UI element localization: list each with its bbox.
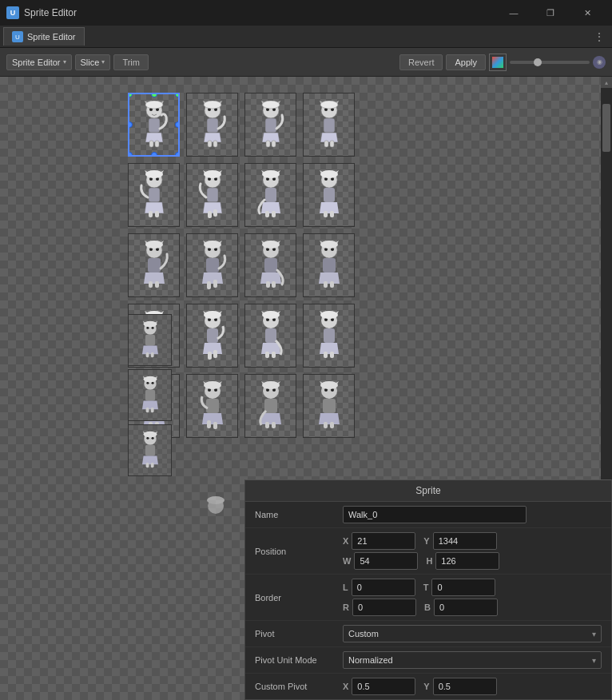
svg-rect-225	[145, 444, 154, 455]
svg-point-209	[143, 320, 157, 327]
sprite-cell-10[interactable]	[244, 233, 296, 297]
svg-point-99	[204, 241, 221, 249]
slider-track	[510, 61, 590, 64]
sprite-cell-18[interactable]	[244, 374, 296, 438]
svg-marker-36	[320, 133, 338, 142]
svg-rect-228	[150, 463, 153, 467]
pos-y-label: Y	[423, 536, 429, 546]
sprite-grid	[128, 93, 431, 444]
panel-pivot-unit-row: Pivot Unit Mode Normalized ▾	[245, 647, 611, 674]
svg-rect-215	[145, 389, 154, 400]
sprite-cell-14[interactable]	[244, 304, 296, 368]
name-input[interactable]	[343, 506, 527, 523]
svg-rect-187	[265, 422, 269, 428]
scroll-up-button[interactable]: ▴	[601, 77, 612, 88]
pivot-dropdown[interactable]: Custom ▾	[343, 625, 602, 642]
sprite-editor-dropdown[interactable]: Sprite Editor ▾	[6, 54, 72, 70]
svg-point-219	[143, 376, 157, 382]
tab-icon: U	[12, 31, 23, 42]
zoom-slider[interactable]: ◉	[510, 56, 606, 69]
color-swatch[interactable]	[489, 54, 507, 71]
window-title: Sprite Editor	[24, 7, 491, 18]
svg-rect-148	[272, 352, 276, 358]
scroll-thumb[interactable]	[602, 104, 610, 152]
handle-tr[interactable]	[175, 93, 180, 97]
svg-rect-48	[155, 211, 159, 217]
svg-rect-58	[213, 209, 217, 217]
revert-button[interactable]: Revert	[399, 54, 443, 70]
handle-mr[interactable]	[175, 121, 180, 128]
custom-x-input[interactable]	[352, 678, 415, 695]
apply-button[interactable]: Apply	[446, 54, 486, 70]
svg-rect-147	[265, 352, 269, 358]
sprite-cell-3[interactable]	[303, 93, 355, 157]
sprite-cell-19[interactable]	[303, 374, 355, 438]
svg-point-139	[204, 311, 221, 319]
border-b-input[interactable]	[434, 599, 498, 616]
maximize-button[interactable]: ❐	[532, 0, 569, 26]
svg-rect-137	[208, 352, 212, 360]
slice-dropdown[interactable]: Slice ▾	[75, 54, 111, 70]
panel-pivot-row: Pivot Custom ▾	[245, 621, 611, 647]
svg-point-49	[145, 170, 163, 178]
close-button[interactable]: ✕	[569, 0, 606, 26]
thumb-1[interactable]	[128, 314, 172, 366]
sprite-char-11	[304, 234, 354, 296]
tab-more-button[interactable]: ⋮	[590, 28, 609, 46]
minimize-button[interactable]: —	[495, 0, 532, 26]
sprite-cell-15[interactable]	[303, 304, 355, 368]
svg-point-9	[145, 101, 163, 109]
sprite-char-4	[129, 164, 179, 226]
custom-y-input[interactable]	[433, 678, 497, 695]
sprite-cell-5[interactable]	[186, 163, 238, 227]
svg-point-199	[320, 381, 338, 389]
trim-button[interactable]: Trim	[113, 54, 149, 70]
sprite-cell-2[interactable]	[244, 93, 296, 157]
border-t-input[interactable]	[431, 579, 495, 596]
sprite-cell-17[interactable]	[186, 374, 238, 438]
sprite-cell-8[interactable]	[128, 233, 180, 297]
svg-rect-117	[324, 281, 328, 288]
handle-bm[interactable]	[151, 152, 157, 157]
slider-end: ◉	[593, 56, 606, 69]
handle-br[interactable]	[175, 152, 180, 157]
sprite-cell-1[interactable]	[186, 93, 238, 157]
pos-w-input[interactable]	[354, 552, 418, 570]
sprite-cell-selected[interactable]	[128, 93, 180, 157]
sprite-cell-13[interactable]	[186, 304, 238, 368]
sprite-editor-arrow: ▾	[63, 58, 66, 66]
pivot-unit-dropdown[interactable]: Normalized ▾	[343, 651, 602, 669]
pos-h-input[interactable]	[435, 552, 499, 570]
sprite-cell-9[interactable]	[186, 233, 238, 297]
handle-ml[interactable]	[128, 121, 133, 128]
panel-name-row: Name	[245, 502, 611, 528]
sprite-cell-7[interactable]	[303, 163, 355, 227]
handle-tl[interactable]	[128, 93, 133, 97]
svg-point-29	[262, 101, 280, 109]
sprite-cell-6[interactable]	[244, 163, 296, 227]
pos-x-label: X	[343, 536, 348, 546]
sprite-editor-tab[interactable]: U Sprite Editor	[3, 27, 85, 46]
color-swatch-inner	[492, 57, 503, 68]
border-r-input[interactable]	[352, 599, 416, 616]
svg-rect-145	[265, 328, 276, 343]
svg-rect-185	[264, 399, 277, 413]
sprite-cell-11[interactable]	[303, 233, 355, 297]
svg-rect-67	[265, 211, 269, 217]
svg-point-231	[207, 496, 225, 504]
thumb-3[interactable]	[128, 424, 172, 476]
panel-pivot-unit-label: Pivot Unit Mode	[255, 655, 343, 665]
sprite-char-8	[129, 234, 179, 296]
border-l-input[interactable]	[352, 579, 415, 596]
svg-point-4	[156, 108, 159, 111]
pos-x-input[interactable]	[352, 532, 415, 550]
svg-marker-66	[261, 202, 280, 213]
canvas-area[interactable]: ▴ ▾ Sprite Name Position X	[0, 77, 612, 700]
svg-point-189	[262, 381, 280, 389]
thumb-2[interactable]	[128, 369, 172, 421]
pos-y-input[interactable]	[433, 532, 497, 550]
svg-rect-17	[208, 141, 212, 147]
handle-bl[interactable]	[128, 152, 133, 157]
sprite-cell-4[interactable]	[128, 163, 180, 227]
handle-tm[interactable]	[151, 93, 157, 97]
